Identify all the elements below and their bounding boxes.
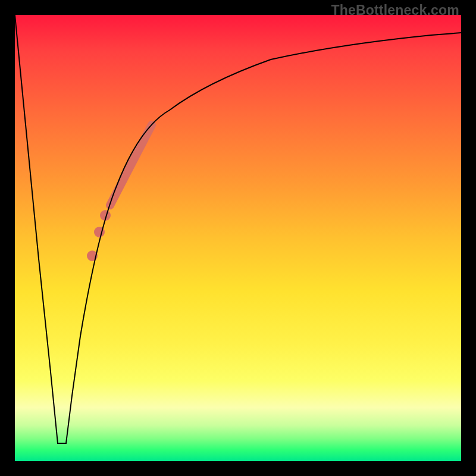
highlight-markers (87, 125, 152, 261)
highlight-segment (110, 125, 152, 205)
plot-area (15, 15, 461, 461)
chart-svg (15, 15, 461, 461)
bottleneck-curve (15, 15, 461, 443)
chart-frame: TheBottleneck.com (0, 0, 476, 476)
watermark-text: TheBottleneck.com (331, 2, 459, 18)
